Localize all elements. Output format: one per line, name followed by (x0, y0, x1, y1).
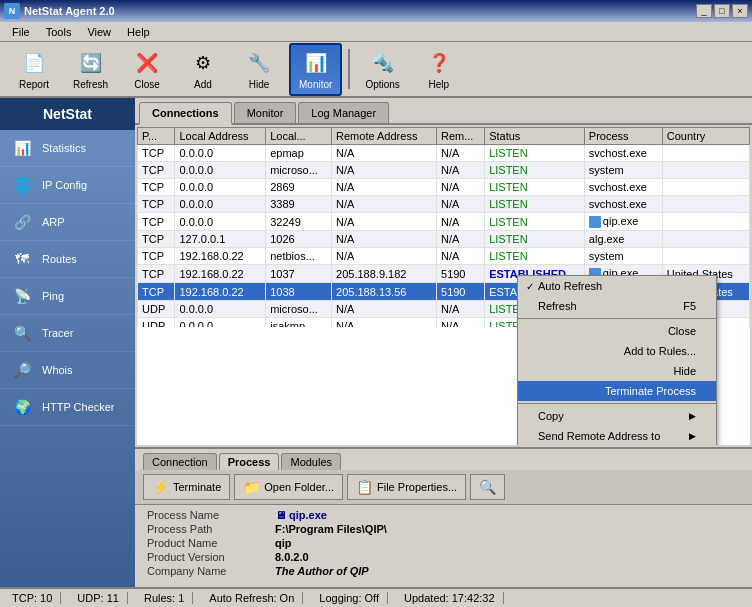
bottom-panel: Connection Process Modules ⚡ Terminate 📁… (135, 447, 752, 587)
app-title: NetStat Agent 2.0 (24, 5, 115, 17)
sidebar-header: NetStat (0, 98, 135, 130)
tool-monitor[interactable]: 📊 Monitor (289, 43, 342, 96)
sidebar-label-ping: Ping (42, 290, 64, 302)
title-bar: N NetStat Agent 2.0 _ □ × (0, 0, 752, 22)
status-tcp: TCP: 10 (4, 592, 61, 604)
search-icon: 🔍 (479, 479, 496, 495)
minimize-button[interactable]: _ (696, 4, 712, 18)
ctx-hide-label: Hide (673, 365, 696, 377)
file-properties-button[interactable]: 📋 File Properties... (347, 474, 466, 500)
content-area: Connections Monitor Log Manager P... Loc… (135, 98, 752, 587)
ctx-terminate-process[interactable]: Terminate Process (518, 381, 716, 401)
bottom-tab-modules[interactable]: Modules (281, 453, 341, 470)
toolbar-separator (348, 49, 350, 89)
ctx-hide[interactable]: Hide (518, 361, 716, 381)
ctx-separator-2 (518, 403, 716, 404)
status-bar: TCP: 10 UDP: 11 Rules: 1 Auto Refresh: O… (0, 587, 752, 607)
ctx-auto-refresh[interactable]: ✓ Auto Refresh (518, 276, 716, 296)
tab-monitor[interactable]: Monitor (234, 102, 297, 123)
ipconfig-icon: 🌐 (10, 173, 34, 197)
monitor-icon: 📊 (302, 49, 330, 77)
httpc-icon: 🌍 (10, 395, 34, 419)
sidebar-item-arp[interactable]: 🔗 ARP (0, 204, 135, 241)
app-icon: N (4, 3, 20, 19)
ctx-add-rules-label: Add to Rules... (624, 345, 696, 357)
tool-hide[interactable]: 🔧 Hide (233, 44, 285, 95)
sidebar-label-httpc: HTTP Checker (42, 401, 115, 413)
col-local-addr[interactable]: Local Address (175, 128, 266, 145)
col-local-port[interactable]: Local... (266, 128, 332, 145)
ctx-terminate-label: Terminate Process (605, 385, 696, 397)
sidebar-item-statistics[interactable]: 📊 Statistics (0, 130, 135, 167)
open-folder-icon: 📁 (243, 479, 260, 495)
tool-refresh[interactable]: 🔄 Refresh (64, 44, 117, 95)
tool-report[interactable]: 📄 Report (8, 44, 60, 95)
col-remote-addr[interactable]: Remote Address (332, 128, 437, 145)
menu-file[interactable]: File (4, 24, 38, 40)
col-process[interactable]: Process (584, 128, 662, 145)
report-icon: 📄 (20, 49, 48, 77)
process-path-label: Process Path (147, 523, 267, 535)
search-button[interactable]: 🔍 (470, 474, 505, 500)
routes-icon: 🗺 (10, 247, 34, 271)
col-proto[interactable]: P... (138, 128, 175, 145)
tool-help[interactable]: ❓ Help (413, 44, 465, 95)
ctx-copy[interactable]: Copy ▶ (518, 406, 716, 426)
bottom-tab-connection[interactable]: Connection (143, 453, 217, 470)
file-props-label: File Properties... (377, 481, 457, 493)
tool-close[interactable]: ❌ Close (121, 44, 173, 95)
ctx-refresh[interactable]: Refresh F5 (518, 296, 716, 316)
sidebar-item-ipconfig[interactable]: 🌐 IP Config (0, 167, 135, 204)
sidebar-item-httpc[interactable]: 🌍 HTTP Checker (0, 389, 135, 426)
tracer-icon: 🔍 (10, 321, 34, 345)
terminate-button[interactable]: ⚡ Terminate (143, 474, 230, 500)
context-menu: ✓ Auto Refresh Refresh F5 Close Add to R… (517, 275, 717, 445)
table-row[interactable]: TCP0.0.0.0epmapN/AN/A LISTENsvchost.exe (138, 145, 750, 162)
sidebar-label-routes: Routes (42, 253, 77, 265)
menu-help[interactable]: Help (119, 24, 158, 40)
tab-connections[interactable]: Connections (139, 102, 232, 125)
ctx-close[interactable]: Close (518, 321, 716, 341)
table-row[interactable]: TCP192.168.0.22netbios...N/AN/A LISTENsy… (138, 248, 750, 265)
tab-log-manager[interactable]: Log Manager (298, 102, 389, 123)
tool-add[interactable]: ⚙ Add (177, 44, 229, 95)
sidebar-label-arp: ARP (42, 216, 65, 228)
col-status[interactable]: Status (485, 128, 585, 145)
ctx-close-label: Close (668, 325, 696, 337)
help-icon: ❓ (425, 49, 453, 77)
process-name-value: 🖥 qip.exe (275, 509, 740, 521)
maximize-button[interactable]: □ (714, 4, 730, 18)
menu-tools[interactable]: Tools (38, 24, 80, 40)
sidebar-label-statistics: Statistics (42, 142, 86, 154)
table-row[interactable]: TCP0.0.0.02869N/AN/A LISTENsvchost.exe (138, 179, 750, 196)
table-row[interactable]: TCP127.0.0.11026N/AN/A LISTENalg.exe (138, 231, 750, 248)
ctx-add-rules[interactable]: Add to Rules... (518, 341, 716, 361)
ctx-send-arrow: ▶ (689, 431, 696, 441)
bottom-tabs: Connection Process Modules (135, 449, 752, 470)
process-path-value: F:\Program Files\QIP\ (275, 523, 740, 535)
sidebar-item-routes[interactable]: 🗺 Routes (0, 241, 135, 278)
status-udp: UDP: 11 (69, 592, 128, 604)
close-window-button[interactable]: × (732, 4, 748, 18)
tab-bar: Connections Monitor Log Manager (135, 98, 752, 125)
sidebar-item-tracer[interactable]: 🔍 Tracer (0, 315, 135, 352)
col-remote-port[interactable]: Rem... (437, 128, 485, 145)
col-country[interactable]: Country (662, 128, 749, 145)
menu-view[interactable]: View (79, 24, 119, 40)
table-row[interactable]: TCP0.0.0.03389N/AN/A LISTENsvchost.exe (138, 196, 750, 213)
tool-options[interactable]: 🔩 Options (356, 44, 408, 95)
terminate-icon: ⚡ (152, 479, 169, 495)
whois-icon: 🔎 (10, 358, 34, 382)
ping-icon: 📡 (10, 284, 34, 308)
sidebar-item-ping[interactable]: 📡 Ping (0, 278, 135, 315)
table-row[interactable]: TCP0.0.0.0microso...N/AN/A LISTENsystem (138, 162, 750, 179)
arp-icon: 🔗 (10, 210, 34, 234)
table-row[interactable]: TCP0.0.0.032249N/AN/A LISTENqip.exe (138, 213, 750, 231)
open-folder-button[interactable]: 📁 Open Folder... (234, 474, 343, 500)
ctx-send-remote[interactable]: Send Remote Address to ▶ (518, 426, 716, 445)
table-container: P... Local Address Local... Remote Addre… (137, 127, 750, 445)
bottom-tab-process[interactable]: Process (219, 453, 280, 470)
sidebar-item-whois[interactable]: 🔎 Whois (0, 352, 135, 389)
status-logging: Logging: Off (311, 592, 388, 604)
product-version-label: Product Version (147, 551, 267, 563)
